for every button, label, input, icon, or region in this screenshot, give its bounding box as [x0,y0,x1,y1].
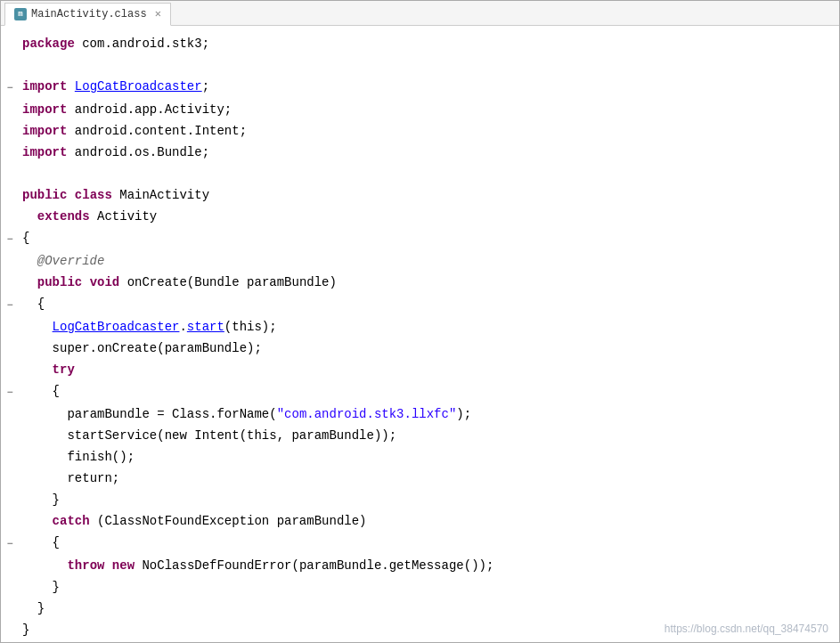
fold-arrow[interactable]: − [6,230,12,249]
fold-gutter [1,620,19,622]
fold-gutter [1,273,19,274]
code-line: import android.content.Intent; [1,120,839,142]
line-content: public void onCreate(Bundle paramBundle) [19,273,839,292]
line-content [19,55,839,75]
line-content: @Override [19,251,839,271]
fold-arrow[interactable]: − [6,78,12,98]
code-line: − { [1,380,839,403]
main-window: m MainActivity.class ✕ package com.andro… [0,0,840,643]
line-content: try [19,360,839,379]
line-content: { [19,381,839,401]
line-content: { [19,294,839,313]
code-line: −import LogCatBroadcaster; [1,76,839,99]
code-line: } [1,598,839,619]
line-content: finish(); [19,447,839,467]
fold-arrow[interactable]: − [6,383,12,403]
fold-gutter [1,317,19,319]
fold-gutter [1,511,19,513]
code-line [1,163,839,184]
fold-gutter [1,360,19,362]
fold-gutter[interactable]: − [1,381,19,403]
fold-gutter [1,404,19,406]
line-content: paramBundle = Class.forName("com.android… [19,404,839,424]
code-line: try [1,359,839,380]
tab-label: MainActivity.class [31,8,147,20]
fold-arrow[interactable]: − [6,296,12,315]
tab-icon: m [14,8,27,20]
fold-gutter [1,468,19,470]
line-content: LogCatBroadcaster.start(this); [19,317,839,337]
line-content: return; [19,468,839,488]
line-content: } [19,490,839,509]
line-content: super.onCreate(paramBundle); [19,338,839,358]
line-content: import android.app.Activity; [19,100,839,119]
fold-gutter [1,34,19,36]
tab-bar: m MainActivity.class ✕ [1,1,839,26]
fold-gutter[interactable]: − [1,294,19,315]
fold-gutter [1,100,19,102]
fold-gutter [1,164,19,166]
line-content: package com.android.stk3; [19,34,839,53]
line-content [19,164,839,183]
code-line: finish(); [1,446,839,468]
fold-gutter [1,185,19,187]
code-line: } [1,576,839,598]
line-content: startService(new Intent(this, paramBundl… [19,426,839,445]
line-content: } [19,598,839,618]
code-line: extends Activity [1,206,839,227]
line-content: { [19,533,839,552]
fold-gutter[interactable]: − [1,77,19,98]
code-line: public class MainActivity [1,184,839,206]
code-line: public void onCreate(Bundle paramBundle) [1,272,839,293]
code-line: package com.android.stk3; [1,33,839,54]
line-content: import android.os.Bundle; [19,142,839,162]
tab-close-button[interactable]: ✕ [155,7,161,20]
line-content: import android.content.Intent; [19,121,839,141]
line-content: { [19,228,839,248]
fold-gutter [1,490,19,492]
line-content: throw new NoClassDefFoundError(paramBund… [19,556,839,575]
code-editor[interactable]: package com.android.stk3; −import LogCat… [1,26,839,642]
code-line: import android.os.Bundle; [1,142,839,163]
code-line: LogCatBroadcaster.start(this); [1,316,839,338]
line-content: } [19,577,839,597]
code-line: @Override [1,250,839,272]
fold-gutter [1,556,19,558]
fold-gutter[interactable]: − [1,228,19,249]
line-content: import LogCatBroadcaster; [19,77,839,96]
fold-gutter [1,447,19,449]
code-line: startService(new Intent(this, paramBundl… [1,425,839,446]
line-content: public class MainActivity [19,185,839,205]
fold-gutter [1,577,19,579]
fold-gutter [1,251,19,253]
fold-gutter [1,142,19,144]
code-line: −{ [1,227,839,250]
fold-gutter [1,121,19,123]
fold-gutter [1,207,19,208]
fold-gutter [1,598,19,600]
code-line [1,54,839,76]
line-content: catch (ClassNotFoundException paramBundl… [19,511,839,531]
fold-gutter [1,426,19,427]
watermark: https://blog.csdn.net/qq_38474570 [665,623,828,635]
fold-gutter[interactable]: − [1,533,19,554]
fold-gutter [1,338,19,340]
fold-gutter [1,55,19,57]
fold-arrow[interactable]: − [6,534,12,554]
code-line: return; [1,468,839,489]
code-line: throw new NoClassDefFoundError(paramBund… [1,555,839,576]
code-line: − { [1,532,839,555]
code-line: paramBundle = Class.forName("com.android… [1,403,839,425]
code-line: } [1,489,839,510]
code-line: − { [1,293,839,316]
code-line: super.onCreate(paramBundle); [1,338,839,359]
tab-main-activity[interactable]: m MainActivity.class ✕ [4,3,171,26]
code-line: catch (ClassNotFoundException paramBundl… [1,510,839,532]
line-content: extends Activity [19,207,839,226]
code-line: import android.app.Activity; [1,99,839,120]
